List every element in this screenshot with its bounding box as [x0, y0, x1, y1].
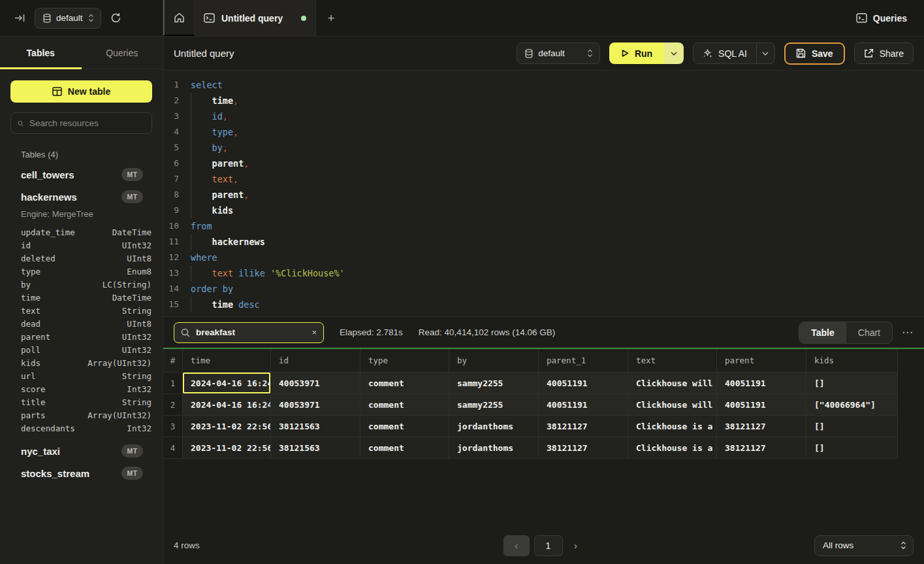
home-tab[interactable] [163, 0, 195, 36]
code-token: , [244, 156, 249, 171]
table-cell[interactable]: Clickhouse is a … [628, 437, 717, 459]
table-cell[interactable]: [] [806, 416, 898, 437]
table-cell[interactable]: comment [360, 416, 449, 437]
table-cell[interactable]: 2024-04-16 16:24… [183, 394, 271, 416]
page-size-select[interactable]: All rows [814, 535, 914, 556]
table-cell[interactable]: sammy2255 [449, 373, 539, 394]
sidebar-item-hackernews[interactable]: hackernews MT [0, 186, 163, 208]
engine-badge: MT [121, 467, 143, 480]
line-number: 10 [163, 218, 191, 234]
column-type: UInt8 [127, 319, 151, 329]
share-button[interactable]: Share [854, 42, 914, 64]
table-cell[interactable]: Clickhouse is a … [628, 416, 717, 437]
table-cell[interactable]: 2023-11-02 22:56… [183, 437, 271, 459]
sql-ai-label: SQL AI [718, 48, 747, 59]
previous-page-button[interactable]: ‹ [503, 535, 530, 556]
row-number: 4 [163, 437, 183, 459]
run-options-button[interactable] [664, 42, 684, 64]
sql-ai-options-button[interactable] [756, 43, 774, 63]
page-size-value: All rows [823, 540, 853, 550]
table-cell[interactable]: jordanthoms [449, 416, 539, 437]
table-cell[interactable]: 38121563 [271, 416, 360, 437]
column-name: by [21, 280, 103, 290]
save-button[interactable]: Save [784, 42, 845, 65]
column-name: text [21, 306, 122, 316]
database-icon [525, 49, 533, 58]
column-header-parent: parent [717, 349, 806, 373]
table-cell[interactable]: 38121127 [539, 416, 628, 437]
table-name: hackernews [21, 191, 121, 203]
next-page-button[interactable]: › [567, 535, 584, 556]
clear-search-button[interactable]: × [311, 328, 317, 337]
table-cell[interactable]: 40051191 [717, 394, 806, 416]
new-table-button[interactable]: New table [10, 80, 152, 103]
code-line: 9kids [163, 203, 924, 218]
topbar-database-selector[interactable]: default [35, 8, 101, 29]
line-number: 12 [163, 250, 191, 265]
column-type: DateTime [112, 293, 151, 303]
queries-button[interactable]: Queries [856, 13, 907, 24]
run-button[interactable]: Run [609, 42, 664, 64]
results-search-input[interactable] [196, 327, 306, 337]
table-cell[interactable]: 2023-11-02 22:56… [183, 416, 271, 437]
table-cell[interactable]: 38121127 [539, 437, 628, 459]
view-toggle-table[interactable]: Table [799, 322, 846, 343]
current-page-button[interactable]: 1 [534, 535, 563, 556]
table-icon [52, 87, 62, 96]
sql-ai-button[interactable]: SQL AI [693, 43, 756, 63]
table-cell[interactable]: 38121127 [717, 416, 806, 437]
table-cell[interactable]: 40051191 [539, 373, 628, 394]
sidebar-search-input[interactable] [29, 118, 145, 128]
table-cell[interactable]: comment [360, 373, 449, 394]
table-cell[interactable]: [] [806, 373, 898, 394]
sql-editor[interactable]: 1select2time,3id,4type,5by,6parent,7text… [163, 71, 924, 316]
view-toggle-chart[interactable]: Chart [846, 322, 892, 343]
table-cell[interactable]: 40051191 [539, 394, 628, 416]
query-database-selector[interactable]: default [517, 42, 600, 64]
sidebar-item-stocks-stream[interactable]: stocks_stream MT [0, 462, 163, 484]
table-cell[interactable]: Clickhouse will … [628, 373, 717, 394]
column-row: urlString [0, 369, 163, 382]
code-token [191, 93, 212, 108]
table-cell[interactable]: comment [360, 437, 449, 459]
results-toolbar-right: Table Chart ⋯ [799, 322, 914, 344]
table-cell[interactable]: sammy2255 [449, 394, 539, 416]
table-cell[interactable]: 40053971 [271, 373, 360, 394]
clickhouse-console: default [0, 0, 924, 564]
query-terminal-icon [204, 13, 215, 23]
code-token: parent [212, 187, 244, 203]
table-cell[interactable]: comment [360, 394, 449, 416]
table-row: 42023-11-02 22:56…38121563commentjordant… [163, 437, 898, 459]
query-title: Untitled query [174, 48, 234, 59]
view-toggle: Table Chart [799, 322, 893, 344]
table-cell[interactable]: 2024-04-16 16:24… [183, 373, 271, 394]
table-cell[interactable]: jordanthoms [449, 437, 539, 459]
table-cell[interactable]: Clickhouse will … [628, 394, 717, 416]
table-cell[interactable]: 38121127 [717, 437, 806, 459]
refresh-button[interactable] [110, 12, 121, 24]
sidebar-tab-queries[interactable]: Queries [82, 37, 163, 69]
column-type: Array(UInt32) [88, 358, 151, 368]
column-row: timeDateTime [0, 291, 163, 304]
new-tab-button[interactable]: + [316, 0, 346, 36]
table-cell[interactable]: 40051191 [717, 373, 806, 394]
share-external-icon [864, 48, 874, 58]
column-row: partsArray(UInt32) [0, 408, 163, 422]
topbar-right: Queries [856, 0, 924, 36]
table-cell[interactable]: ["40066964"] [806, 394, 898, 416]
table-cell[interactable]: 38121563 [271, 437, 360, 459]
code-token: ilike [238, 265, 265, 281]
sidebar-tab-tables[interactable]: Tables [0, 37, 82, 69]
sidebar-tabs: Tables Queries [0, 37, 163, 69]
column-header-time: time [183, 349, 271, 373]
collapse-sidebar-button[interactable] [14, 14, 25, 22]
sidebar-item-cell-towers[interactable]: cell_towers MT [0, 163, 163, 186]
code-token: '%ClickHouse%' [270, 265, 345, 281]
table-cell[interactable]: [] [806, 437, 898, 459]
code-line: 12where [163, 250, 924, 265]
table-cell[interactable]: 40053971 [271, 394, 360, 416]
tab-untitled-query[interactable]: Untitled query [195, 0, 316, 36]
column-row: update_timeDateTime [0, 225, 163, 239]
sidebar-item-nyc-taxi[interactable]: nyc_taxi MT [0, 440, 163, 462]
more-options-button[interactable]: ⋯ [902, 325, 914, 339]
